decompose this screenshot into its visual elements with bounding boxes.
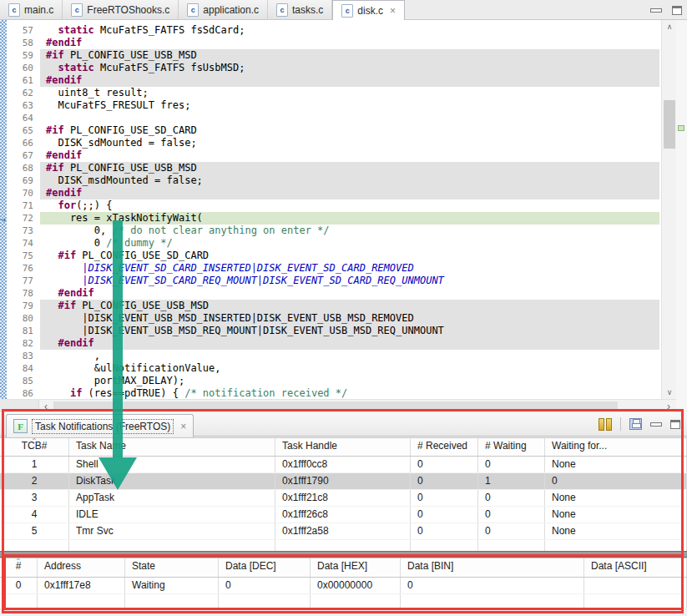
overview-ruler[interactable] <box>676 20 687 412</box>
code-line[interactable]: 80 |DISK_EVENT_USB_MSD_INSERTED|DISK_EVE… <box>0 312 661 325</box>
code-text[interactable]: res = xTaskNotifyWait( <box>40 212 659 225</box>
code-text[interactable]: #endif <box>40 287 659 300</box>
line-number[interactable]: 80 <box>7 312 33 325</box>
code-text[interactable]: #endif <box>40 187 659 199</box>
code-text[interactable]: &ulNotificationValue, <box>40 362 659 375</box>
code-line[interactable]: 65#if PL_CONFIG_USE_SD_CARD <box>0 124 661 137</box>
line-number[interactable]: 84 <box>7 362 33 375</box>
code-line[interactable]: 70#endif <box>0 187 661 199</box>
horizontal-scrollbar-thumb[interactable] <box>53 401 618 412</box>
line-number[interactable]: 68 <box>7 162 33 174</box>
code-text[interactable]: 0, /* do not clear anything on enter */ <box>40 225 659 237</box>
line-number[interactable]: 72 <box>7 212 33 225</box>
maximize-icon[interactable] <box>672 6 682 15</box>
line-number[interactable]: 62 <box>7 87 33 99</box>
line-number[interactable]: 73 <box>7 225 33 237</box>
code-text[interactable]: 0 /* dummy */ <box>40 237 659 250</box>
vertical-scrollbar[interactable]: ∧ ∨ <box>661 20 676 399</box>
code-line[interactable]: 61#endif <box>0 74 661 87</box>
column-header-data-bin-[interactable]: Data [BIN] <box>401 558 584 577</box>
table-row[interactable]: 3AppTask0x1fff21c800None <box>0 490 687 507</box>
line-number[interactable]: 63 <box>7 99 33 112</box>
horizontal-scrollbar[interactable]: ‹ › <box>0 399 676 412</box>
code-text[interactable]: #if PL_CONFIG_USE_SD_CARD <box>40 124 659 137</box>
code-line[interactable]: 74 0 /* dummy */ <box>0 237 661 250</box>
column-header-waiting-for-[interactable]: Waiting for... <box>545 438 687 456</box>
code-text[interactable] <box>40 112 659 124</box>
code-line[interactable]: 83 , <box>0 350 661 362</box>
code-text[interactable]: #endif <box>40 149 659 162</box>
code-line[interactable]: 72 res = xTaskNotifyWait( <box>0 212 661 225</box>
column-header-data-hex-[interactable]: Data [HEX] <box>311 558 401 577</box>
line-number[interactable]: 70 <box>7 187 33 199</box>
code-text[interactable]: #endif <box>40 37 659 49</box>
view-tab-task-notifications[interactable]: F Task Notifications (FreeRTOS) × <box>6 414 194 437</box>
column-header--waiting[interactable]: # Waiting <box>478 438 545 456</box>
code-text[interactable]: DISK_sdMounted = false; <box>40 137 659 149</box>
code-text[interactable]: #if PL_CONFIG_USE_USB_MSD <box>40 162 659 174</box>
column-header-address[interactable]: Address <box>38 558 125 577</box>
line-number[interactable]: 74 <box>7 237 33 250</box>
editor-tab-FreeRTOShooks.c[interactable]: cFreeRTOShooks.c <box>63 0 179 19</box>
code-text[interactable]: if (res==pdTRUE) { /* notification recei… <box>40 387 659 400</box>
line-number[interactable]: 82 <box>7 337 33 350</box>
code-line[interactable]: 60 static McuFatFS_FATFS fsUsbMSD; <box>0 62 661 74</box>
code-text[interactable]: McuFatFS_FRESULT fres; <box>40 99 659 112</box>
editor-tab-main.c[interactable]: cmain.c <box>0 0 63 19</box>
code-text[interactable]: |DISK_EVENT_SD_CARD_INSERTED|DISK_EVENT_… <box>40 262 659 275</box>
line-number[interactable]: 69 <box>7 174 33 187</box>
code-line[interactable]: 69 DISK_msdMounted = false; <box>0 174 661 187</box>
column-header-task-handle[interactable]: Task Handle <box>275 438 411 456</box>
line-number[interactable]: 86 <box>7 387 33 400</box>
column-header-task-name[interactable]: Task Name <box>69 438 275 456</box>
table-row[interactable]: 2DiskTask0x1fff1790010 <box>0 473 687 490</box>
code-line[interactable]: 76 |DISK_EVENT_SD_CARD_INSERTED|DISK_EVE… <box>0 262 661 275</box>
code-line[interactable]: 77 |DISK_EVENT_SD_CARD_REQ_MOUNT|DISK_EV… <box>0 275 661 287</box>
column-header-data-dec-[interactable]: Data [DEC] <box>219 558 311 577</box>
vertical-scrollbar-thumb[interactable] <box>664 100 675 149</box>
minimize-icon[interactable] <box>650 8 662 13</box>
line-number[interactable]: 65 <box>7 124 33 137</box>
scroll-right-icon[interactable]: › <box>662 400 675 413</box>
code-text[interactable]: static McuFatFS_FATFS fsSdCard; <box>40 24 659 37</box>
line-number[interactable]: 64 <box>7 112 33 124</box>
code-line[interactable]: 67#endif <box>0 149 661 162</box>
code-line[interactable]: 68#if PL_CONFIG_USE_USB_MSD <box>0 162 661 174</box>
code-text[interactable]: #if PL_CONFIG_USE_USB_MSD <box>40 49 659 62</box>
code-text[interactable]: , <box>40 350 659 362</box>
line-number[interactable]: 81 <box>7 325 33 337</box>
column-header--[interactable]: #^ <box>0 558 38 577</box>
line-number[interactable]: 60 <box>7 62 33 74</box>
code-text[interactable]: #if PL_CONFIG_USE_SD_CARD <box>40 250 659 262</box>
table-row[interactable]: 1Shell0x1fff0cc800None <box>0 457 687 473</box>
code-line[interactable]: 73 0, /* do not clear anything on enter … <box>0 225 661 237</box>
code-line[interactable]: 79 #if PL_CONFIG_USE_USB_MSD <box>0 300 661 312</box>
code-text[interactable]: #endif <box>40 337 659 350</box>
code-line[interactable]: 57 static McuFatFS_FATFS fsSdCard; <box>0 24 661 37</box>
line-number[interactable]: 77 <box>7 275 33 287</box>
line-number[interactable]: 71 <box>7 199 33 212</box>
line-number[interactable]: 79 <box>7 300 33 312</box>
maximize-view-icon[interactable] <box>670 420 680 429</box>
code-line[interactable]: 66 DISK_sdMounted = false; <box>0 137 661 149</box>
code-text[interactable]: #if PL_CONFIG_USE_USB_MSD <box>40 300 659 312</box>
table-row[interactable]: 5Tmr Svc0x1fff2a5800None <box>0 523 687 540</box>
code-line[interactable]: 86 if (res==pdTRUE) { /* notification re… <box>0 387 661 400</box>
column-header--received[interactable]: # Received <box>411 438 478 456</box>
editor-tab-disk.c[interactable]: cdisk.c× <box>332 0 405 21</box>
code-text[interactable]: static McuFatFS_FATFS fsUsbMSD; <box>40 62 659 74</box>
code-line[interactable]: 58#endif <box>0 37 661 49</box>
close-icon[interactable]: × <box>390 5 396 17</box>
line-number[interactable]: 59 <box>7 49 33 62</box>
line-number[interactable]: 58 <box>7 37 33 49</box>
table-row[interactable]: 00x1fff17e8Waiting00x000000000 <box>0 578 687 594</box>
line-number[interactable]: 85 <box>7 375 33 387</box>
editor-tab-tasks.c[interactable]: ctasks.c <box>268 0 332 19</box>
code-line[interactable]: 82 #endif <box>0 337 661 350</box>
minimize-view-icon[interactable] <box>650 422 662 427</box>
table-splitter[interactable] <box>0 551 687 558</box>
line-number[interactable]: 57 <box>7 24 33 37</box>
code-text[interactable]: for(;;) { <box>40 199 659 212</box>
code-text[interactable]: #endif <box>40 74 659 87</box>
code-text[interactable]: portMAX_DELAY); <box>40 375 659 387</box>
